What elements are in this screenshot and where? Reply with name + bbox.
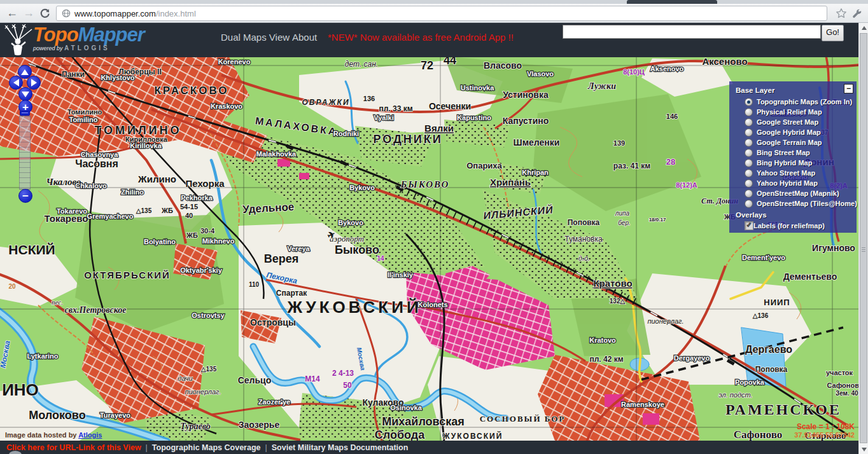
radio-button-icon[interactable] — [745, 108, 753, 116]
zoom-slider-handle[interactable] — [20, 111, 30, 116]
map-label: Власово — [484, 60, 522, 71]
base-layer-label: Yahoo Street Map — [757, 169, 815, 177]
radio-button-icon[interactable] — [745, 128, 753, 137]
map-label: 136 — [363, 95, 375, 102]
scrollbar-thumb[interactable] — [860, 33, 867, 443]
back-button[interactable]: ← — [4, 6, 20, 21]
base-layer-option[interactable]: Yahoo Hybrid Map — [745, 178, 853, 188]
zoom-slider-track[interactable] — [19, 116, 31, 189]
settings-wrench-button[interactable] — [849, 6, 864, 21]
map-label: Тураево — [180, 422, 211, 431]
overlays-title: Overlays — [736, 211, 853, 219]
separator: | — [265, 443, 267, 452]
radio-button-icon[interactable] — [745, 149, 753, 157]
map-label: 72 — [421, 59, 433, 72]
bookmark-star-button[interactable] — [834, 6, 849, 21]
base-layer-option[interactable]: Google Terrain Map — [745, 137, 853, 148]
map-label: 28 — [666, 157, 675, 167]
map-overlay-label: Malakhovka — [256, 150, 297, 158]
radio-button-icon[interactable] — [745, 139, 753, 147]
radio-button-icon[interactable] — [745, 200, 753, 208]
map-label: М14 — [305, 375, 320, 383]
go-button[interactable]: Go! — [822, 25, 844, 41]
overlay-option[interactable]: Labels (for reliefmap) — [745, 221, 853, 231]
wordmark-mapper: Mapper — [78, 24, 144, 46]
overlay-list: Labels (for reliefmap) — [734, 221, 853, 231]
map-label: 146 — [666, 113, 678, 120]
zoom-out-button[interactable]: − — [18, 189, 32, 203]
base-layer-option[interactable]: Bing Street Map — [745, 148, 853, 158]
topomapper-antenna-icon — [4, 24, 33, 56]
base-layer-option[interactable]: Topographic Maps (Zoom In) — [745, 97, 853, 107]
map-overlay-label: Kraskovo — [211, 102, 242, 110]
map-overlay-label: Il'inskiy — [388, 271, 414, 279]
status-link[interactable]: Topographic Maps Coverage — [152, 443, 261, 452]
base-layer-label: Google Hybrid Map — [757, 128, 821, 136]
map-label: 44 — [444, 57, 456, 67]
status-link[interactable]: Click here for URL-Link of this View — [6, 443, 141, 452]
map-overlay-label: Rodniki — [333, 130, 359, 137]
globe-icon — [62, 9, 71, 18]
radio-button-icon[interactable] — [745, 118, 753, 127]
map-label: ОКТЯБРЬСКИЙ — [84, 270, 171, 280]
status-link[interactable]: Soviet Military Maps Documentation — [272, 443, 409, 452]
site-logo[interactable]: TopoMapper powered by ATLOGIS — [4, 24, 144, 56]
map-label: Томилино — [67, 108, 102, 116]
base-layer-option[interactable]: Bing Hybrid Map — [745, 158, 853, 168]
map-label: 40 — [185, 212, 193, 219]
nav-about[interactable]: About — [292, 32, 317, 43]
map-label: свх.Петровское — [65, 305, 127, 315]
browser-toolbar: ← → www.topomapper.com/index.html — [0, 4, 868, 23]
map-label: Слобода — [375, 429, 425, 441]
nav-dual-maps-view[interactable]: Dual Maps View — [221, 32, 290, 43]
atlogis-link[interactable]: Atlogis — [78, 431, 102, 439]
map-label: Островцы — [250, 317, 296, 327]
map-label: РОДНИКИ — [373, 133, 442, 146]
map-overlay-label: Pekhorka — [181, 194, 213, 202]
forward-button[interactable]: → — [20, 6, 37, 21]
map-overlay-label: Tomilino — [69, 116, 97, 123]
map-overlay-label: Kratovo — [589, 336, 616, 344]
radio-button-icon[interactable] — [745, 159, 753, 167]
page-scrollbar[interactable] — [858, 23, 868, 454]
radio-button-icon[interactable] — [745, 179, 753, 188]
checkbox-icon[interactable] — [745, 221, 753, 230]
search-input[interactable] — [563, 25, 821, 39]
map-overlay-label: Turayevo — [100, 411, 130, 419]
layer-switcher-panel: − Base Layer Topographic Maps (Zoom In)P… — [729, 81, 857, 233]
map-overlay-label: Popovka — [735, 378, 765, 386]
map-label: ЖБ — [186, 231, 198, 239]
minimize-panel-button[interactable]: − — [844, 84, 853, 93]
map-label: Устиновка — [503, 90, 549, 100]
map-label: Дергаево — [745, 344, 792, 355]
map-label: Часовня — [75, 158, 118, 169]
map-label: 132△ — [610, 298, 626, 305]
radio-button-icon[interactable] — [745, 98, 753, 106]
scroll-down-button[interactable] — [859, 444, 868, 454]
reload-button[interactable] — [37, 6, 52, 21]
pan-left-button[interactable] — [9, 76, 23, 90]
radio-button-icon[interactable] — [745, 189, 753, 198]
map-label: ИНО — [2, 380, 39, 399]
base-layer-option[interactable]: Google Street Map — [745, 117, 853, 127]
scroll-up-button[interactable] — [859, 23, 868, 32]
radio-button-icon[interactable] — [745, 169, 753, 177]
base-layer-label: Topographic Maps (Zoom In) — [757, 98, 852, 106]
base-layer-option[interactable]: OpenStreetMap (Mapnik) — [745, 188, 853, 198]
pan-down-button[interactable] — [18, 87, 32, 101]
base-layer-option[interactable]: OpenStreetMap (Tiles@Home) — [745, 198, 853, 209]
map-label: бер. — [618, 219, 631, 226]
map-label: РАМЕНСКОЕ — [725, 401, 841, 418]
url-bar[interactable]: www.topomapper.com/index.html — [56, 6, 827, 21]
map-overlay-label: Ostrovtsy — [192, 312, 225, 319]
right-arrow-icon — [31, 79, 37, 86]
map-label: 8(10)Ц — [623, 68, 645, 76]
base-layer-option[interactable]: Physical Relief Map — [745, 107, 853, 117]
map-label: Михайловская — [382, 415, 465, 428]
map-label: КРАСКОВО — [154, 85, 228, 97]
base-layer-option[interactable]: Yahoo Street Map — [745, 168, 853, 178]
map-label: д.о. — [578, 254, 590, 262]
map-label: пес. — [52, 298, 63, 306]
base-layer-option[interactable]: Google Hybrid Map — [745, 127, 853, 137]
map-viewport: ПанкиЛюберцы IIКРАСКОВОТОМИЛИНОТомилиноК… — [0, 57, 858, 441]
